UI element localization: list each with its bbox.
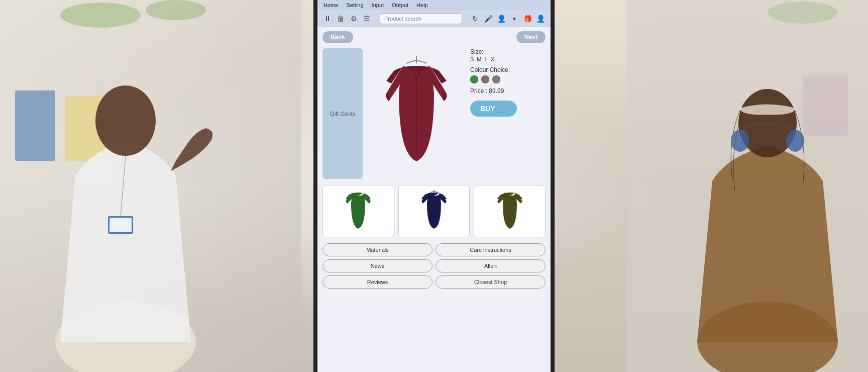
thumbnail-olive-shirt[interactable] (474, 185, 546, 237)
search-input[interactable] (380, 13, 462, 24)
refresh-icon[interactable]: ↻ (470, 14, 480, 24)
gift-card-box[interactable]: Gift Cards (322, 48, 363, 179)
buy-button[interactable]: BUY 🛒 (470, 101, 517, 117)
thumbnail-green-shirt[interactable] (322, 185, 394, 237)
next-button[interactable]: Next (516, 31, 546, 43)
menu-help[interactable]: Help (416, 2, 428, 8)
menu-input[interactable]: Input (372, 2, 384, 8)
account-icon[interactable]: 👤 (535, 14, 546, 24)
materials-button[interactable]: Materials (322, 243, 432, 256)
toolbar-icons-right: ↻ 🎤 👤 ▼ 🎁 👤 (470, 14, 546, 24)
svg-point-19 (415, 87, 417, 89)
price-label: Price : 89.99 (470, 87, 546, 95)
back-button[interactable]: Back (322, 31, 353, 43)
settings-icon[interactable]: ⚙ (349, 14, 359, 24)
product-area: Gift Cards (322, 48, 546, 179)
thumbnail-navy-shirt[interactable] (398, 185, 470, 237)
allert-button[interactable]: Allert (436, 259, 546, 272)
reviews-button[interactable]: Reviews (322, 275, 432, 289)
colour-label: Colour Choice: (470, 66, 546, 73)
pause-icon[interactable]: ⏸ (322, 14, 333, 24)
trash-icon[interactable]: 🗑 (336, 14, 346, 24)
svg-point-20 (415, 98, 417, 100)
swatch-gray[interactable] (492, 75, 500, 83)
microphone-icon[interactable]: 🎤 (483, 14, 493, 24)
svg-point-22 (415, 118, 417, 120)
buy-label: BUY (480, 105, 495, 113)
swatch-green[interactable] (470, 75, 478, 83)
price-value: 89.99 (489, 87, 504, 95)
size-s[interactable]: S (470, 56, 474, 62)
size-m[interactable]: M (477, 56, 481, 62)
size-label: Size: (470, 48, 546, 55)
gift-card-label: Gift Cards (330, 111, 355, 117)
main-product-image (369, 48, 464, 179)
swatch-brown[interactable] (481, 75, 489, 83)
gift-icon[interactable]: 🎁 (522, 14, 532, 24)
user-icon[interactable]: 👤 (496, 14, 506, 24)
toolbar: ⏸ 🗑 ⚙ ☰ ↻ 🎤 👤 ▼ 🎁 👤 (317, 10, 551, 27)
menu-bar: Home Setting Input Output Help (317, 0, 551, 10)
care-instructions-button[interactable]: Care instructions (436, 243, 546, 256)
menu-home[interactable]: Home (323, 2, 338, 8)
kiosk-screen: Home Setting Input Output Help ⏸ 🗑 ⚙ ☰ ↻… (313, 0, 555, 372)
main-content: Back Next Gift Cards (317, 27, 551, 293)
dropdown-icon[interactable]: ▼ (509, 14, 519, 24)
search-bar (380, 13, 462, 24)
nav-buttons: Back Next (322, 31, 546, 43)
shirt-svg (376, 53, 457, 174)
menu-setting[interactable]: Setting (346, 2, 363, 8)
news-button[interactable]: News (322, 259, 432, 272)
cart-icon: 🛒 (498, 105, 507, 113)
product-details: Size: S M L XL Colour Choice: Price (470, 48, 546, 179)
menu-icon[interactable]: ☰ (362, 14, 372, 24)
kiosk-wrapper: Home Setting Input Output Help ⏸ 🗑 ⚙ ☰ ↻… (313, 0, 555, 372)
colour-swatches (470, 75, 546, 83)
svg-point-23 (415, 128, 417, 130)
size-xl[interactable]: XL (491, 56, 497, 62)
thumbnail-row (322, 185, 546, 237)
size-options: S M L XL (470, 56, 546, 62)
toolbar-icons-left: ⏸ 🗑 ⚙ ☰ (322, 14, 372, 24)
closest-shop-button[interactable]: Closest Shop (436, 275, 546, 289)
svg-point-21 (415, 108, 417, 110)
bottom-buttons: Materials Care instructions News Allert … (322, 243, 546, 289)
size-l[interactable]: L (485, 56, 488, 62)
menu-output[interactable]: Output (392, 2, 408, 8)
